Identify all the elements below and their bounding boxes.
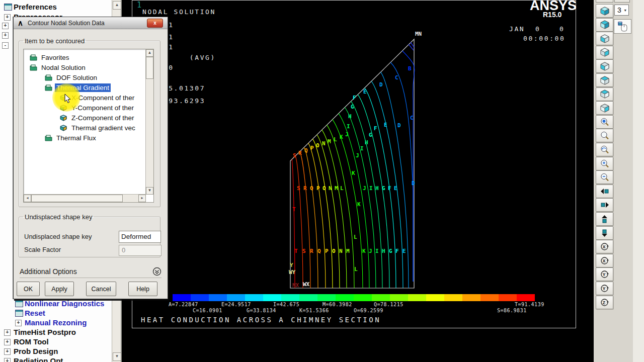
svg-text:S: S bbox=[302, 248, 306, 254]
tree-item-thermal-flux[interactable]: Thermal Flux bbox=[45, 133, 98, 143]
zoom-model-button[interactable] bbox=[596, 115, 613, 129]
help-button[interactable]: Help bbox=[128, 282, 157, 296]
dialog-title-bar[interactable]: ∧ Contour Nodal Solution Data x bbox=[14, 17, 168, 29]
tree-scroll-right-button[interactable]: ▸ bbox=[138, 195, 146, 202]
svg-text:F: F bbox=[388, 185, 391, 192]
sidebar-item-nonlinear-diagnostics[interactable]: Nonlinear Diagnostics bbox=[25, 299, 104, 308]
rotate-y-pos-button[interactable]: Y bbox=[596, 282, 613, 295]
pan-down-button[interactable] bbox=[596, 226, 613, 240]
expand-icon[interactable]: + bbox=[2, 23, 9, 29]
tree-scroll-left-button[interactable]: ◂ bbox=[24, 195, 31, 202]
zoom-out-button[interactable] bbox=[596, 170, 613, 184]
rotate-x-icon: X bbox=[600, 256, 610, 265]
tree-item-label: Y-Component of ther bbox=[70, 104, 135, 112]
tree-horizontal-scrollbar[interactable]: ◂ ▸ bbox=[24, 194, 146, 202]
menu-scroll-up-button[interactable]: ▲ bbox=[113, 1, 121, 10]
toolbar-button-partial[interactable] bbox=[614, 0, 630, 3]
close-icon[interactable]: x bbox=[147, 19, 163, 28]
rotate-x-pos-button[interactable]: X bbox=[596, 254, 613, 267]
contour-plot: SRQPONMLKJIHGFEDCBCDEFGHIJSRQPONMLJIHGFE… bbox=[282, 28, 584, 294]
tree-item-nodal-solution[interactable]: Nodal Solution bbox=[30, 62, 87, 72]
menu-scroll-down-button[interactable]: ▼ bbox=[113, 352, 121, 361]
view-oblique-button[interactable] bbox=[596, 18, 613, 32]
view-iso-button[interactable] bbox=[596, 4, 613, 18]
sidebar-item-preferences[interactable]: Preferences bbox=[14, 3, 57, 11]
tree-item-thermal-gradient-vec[interactable]: Thermal gradient vec bbox=[60, 123, 137, 133]
view-top-button[interactable] bbox=[596, 87, 613, 101]
rotate-x-neg-button[interactable]: X bbox=[596, 240, 613, 253]
svg-text:Q: Q bbox=[317, 248, 321, 254]
svg-text:H: H bbox=[382, 248, 385, 254]
sidebar-item-reset[interactable]: Reset bbox=[25, 309, 45, 317]
pan-down-icon bbox=[600, 228, 610, 238]
toolbar-button-partial[interactable] bbox=[596, 0, 613, 3]
tree-vertical-scrollbar[interactable]: ▲ ▼ bbox=[145, 49, 153, 195]
apply-button[interactable]: Apply bbox=[45, 282, 74, 296]
svg-text:O: O bbox=[323, 185, 326, 192]
sidebar-item-manual-rezoning[interactable]: Manual Rezoning bbox=[25, 318, 87, 327]
svg-text:I: I bbox=[369, 185, 373, 192]
svg-text:P: P bbox=[310, 145, 314, 151]
svg-text:WY: WY bbox=[289, 269, 296, 276]
view-right-button[interactable] bbox=[596, 46, 613, 59]
cancel-button[interactable]: Cancel bbox=[86, 282, 116, 296]
svg-text:D: D bbox=[412, 180, 415, 187]
graphics-window[interactable]: 1 NODAL SOLUTION STEP=1SUB =1TIME=1TEMP … bbox=[121, 0, 594, 362]
view-left-button[interactable] bbox=[596, 73, 613, 87]
svg-text:S: S bbox=[293, 152, 296, 159]
tree-item-label: Z-Component of ther bbox=[70, 114, 136, 122]
svg-text:J: J bbox=[363, 185, 366, 192]
pan-right-icon bbox=[600, 200, 610, 210]
scale-factor-input[interactable]: 0 bbox=[119, 245, 162, 256]
svg-text:J: J bbox=[356, 152, 359, 159]
view-front-button[interactable] bbox=[596, 32, 613, 45]
expand-icon[interactable]: + bbox=[4, 358, 11, 362]
tree-item-favorites[interactable]: Favorites bbox=[30, 52, 71, 62]
magnifier-model-icon bbox=[600, 117, 610, 127]
expand-icon[interactable]: + bbox=[15, 320, 22, 326]
cube-oblique-icon bbox=[600, 20, 610, 29]
tree-scroll-down-button[interactable]: ▼ bbox=[146, 187, 153, 195]
view-bottom-button[interactable] bbox=[596, 101, 613, 115]
ok-button[interactable]: OK bbox=[17, 282, 40, 296]
contour-item-tree[interactable]: FavoritesNodal SolutionDOF SolutionTherm… bbox=[23, 49, 154, 203]
ansys-version: R15.0 bbox=[543, 11, 561, 19]
dynamic-mode-mouse-button[interactable] bbox=[614, 19, 631, 34]
sidebar-item-prob-design[interactable]: Prob Design bbox=[14, 347, 58, 355]
additional-options-expander[interactable]: Additional Options bbox=[20, 265, 162, 278]
undisplaced-shape-key-select[interactable]: Deformed bbox=[119, 231, 161, 243]
svg-text:MN: MN bbox=[415, 31, 422, 37]
pan-left-button[interactable] bbox=[596, 185, 613, 198]
tree-item-dof-solution[interactable]: DOF Solution bbox=[45, 72, 99, 82]
sidebar-item-timehist-postpro[interactable]: TimeHist Postpro bbox=[14, 328, 76, 336]
expand-icon[interactable]: + bbox=[4, 348, 11, 355]
scale-factor-label: Scale Factor bbox=[24, 246, 61, 253]
legend-value: K=51.5366 bbox=[299, 308, 329, 313]
tree-scroll-up-button[interactable]: ▲ bbox=[146, 49, 153, 57]
magnifier-back-icon bbox=[600, 145, 610, 154]
expand-icon[interactable]: + bbox=[4, 339, 11, 345]
svg-text:O: O bbox=[316, 142, 319, 149]
expand-icon[interactable]: + bbox=[4, 329, 11, 336]
plot-window-selector[interactable]: 3 ▾ bbox=[614, 5, 629, 16]
dialog-title: Contour Nodal Solution Data bbox=[28, 20, 105, 27]
cube-icon bbox=[60, 125, 67, 131]
rotate-y-neg-button[interactable]: Y bbox=[596, 267, 613, 281]
svg-text:O: O bbox=[332, 248, 336, 254]
sidebar-item-rom-tool[interactable]: ROM Tool bbox=[14, 337, 49, 346]
expand-icon[interactable]: + bbox=[4, 14, 11, 21]
sidebar-item-radiation-opt[interactable]: Radiation Opt bbox=[14, 356, 63, 362]
expand-icon[interactable]: - bbox=[2, 42, 9, 49]
rotate-z-button[interactable]: Z bbox=[596, 296, 613, 309]
svg-text:G: G bbox=[369, 132, 372, 138]
zoom-window-button[interactable] bbox=[596, 129, 613, 142]
expand-icon[interactable]: + bbox=[2, 32, 9, 39]
view-back-button[interactable] bbox=[596, 59, 613, 73]
tree-item-z-component-of-ther[interactable]: Z-Component of ther bbox=[60, 113, 136, 123]
zoom-in-button[interactable] bbox=[596, 157, 613, 170]
pan-up-button[interactable] bbox=[596, 212, 613, 226]
cube-left-icon bbox=[600, 76, 610, 85]
pan-right-button[interactable] bbox=[596, 198, 613, 212]
rotate-y-icon: Y bbox=[600, 269, 610, 279]
zoom-back-button[interactable] bbox=[596, 143, 613, 156]
